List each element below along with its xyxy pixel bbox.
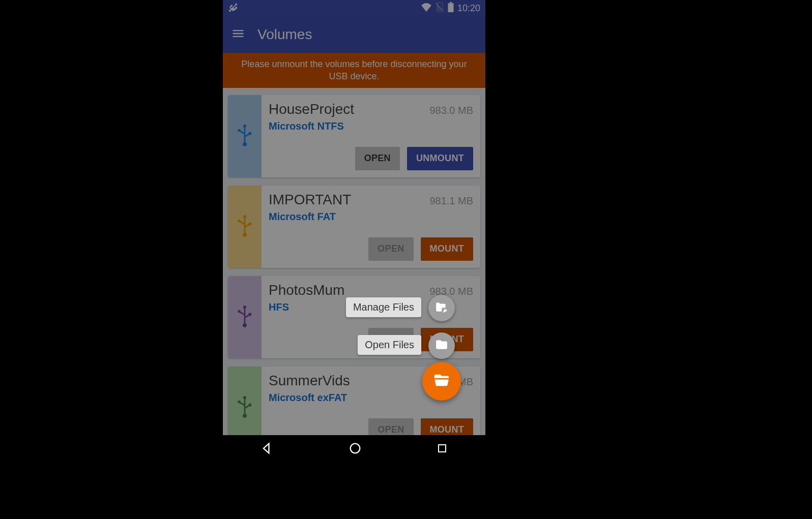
folder-icon <box>435 338 448 353</box>
phone-frame: 10:20 Volumes Please unmount the volumes… <box>223 0 485 464</box>
fab-main[interactable] <box>422 362 461 401</box>
folder-wrench-icon <box>435 300 448 316</box>
fab-action-label-open[interactable]: Open Files <box>358 335 421 355</box>
nav-home[interactable] <box>348 441 362 457</box>
android-nav-bar <box>223 435 485 464</box>
folder-open-icon <box>433 372 450 391</box>
fab-action-manage-files[interactable] <box>428 295 455 321</box>
fab-action-label-manage[interactable]: Manage Files <box>346 297 421 317</box>
svg-point-23 <box>351 444 360 453</box>
svg-rect-24 <box>439 445 446 452</box>
nav-back[interactable] <box>260 441 274 457</box>
nav-recent[interactable] <box>436 442 448 456</box>
fab-action-open-files[interactable] <box>428 332 455 359</box>
